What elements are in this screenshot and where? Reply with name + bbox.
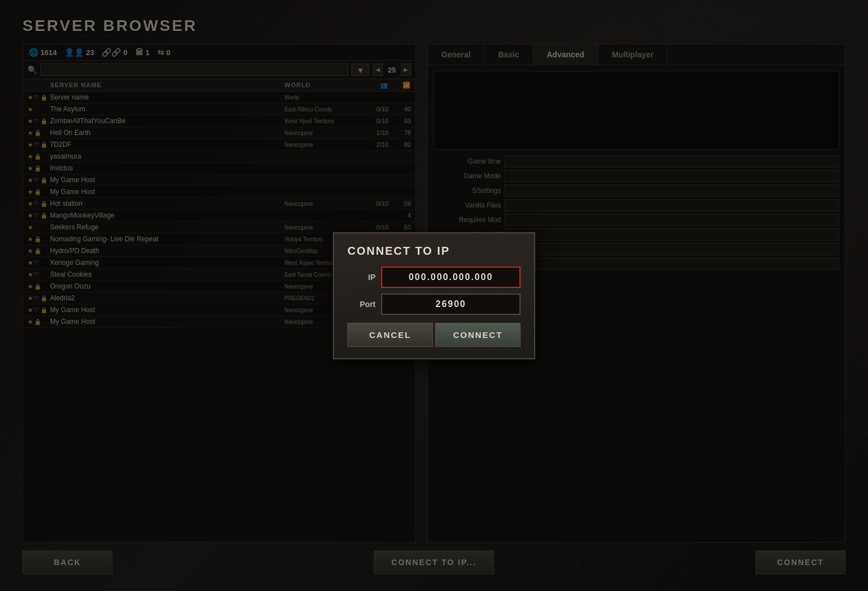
modal-ip-label: IP — [347, 273, 376, 282]
modal-title: CONNECT TO IP — [347, 245, 521, 258]
modal-port-label: Port — [347, 300, 376, 309]
modal-connect-button[interactable]: CONNECT — [435, 323, 521, 347]
modal-port-input[interactable] — [381, 294, 521, 315]
modal-cancel-button[interactable]: CANCEL — [347, 323, 433, 347]
connect-to-ip-modal: CONNECT TO IP IP Port CANCEL CONNECT — [333, 232, 535, 359]
modal-overlay: CONNECT TO IP IP Port CANCEL CONNECT — [0, 0, 868, 591]
modal-ip-input[interactable] — [381, 267, 521, 288]
modal-buttons: CANCEL CONNECT — [347, 323, 521, 347]
modal-ip-row: IP — [347, 267, 521, 288]
modal-port-row: Port — [347, 294, 521, 315]
